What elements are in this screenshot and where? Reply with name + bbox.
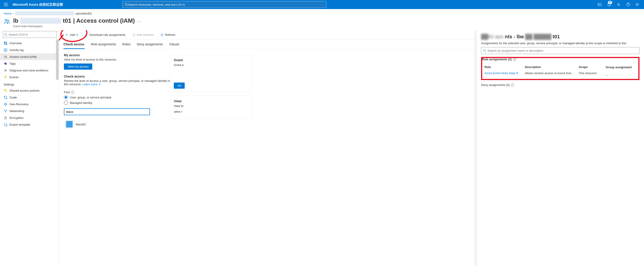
- col-scope: Scope: [579, 65, 604, 69]
- edit-columns-button[interactable]: Edit columns: [131, 32, 155, 38]
- sidebar-item-access-control[interactable]: Access control (IAM): [0, 53, 59, 60]
- tab-check-access[interactable]: Check access: [64, 42, 84, 49]
- chevron-right-icon: ›: [13, 12, 14, 15]
- svg-point-15: [4, 56, 6, 57]
- learn-more-link[interactable]: Learn more ↗: [82, 83, 101, 86]
- download-role-assignments-button[interactable]: Download role assignments: [84, 32, 127, 38]
- role-link[interactable]: Azure Event Hubs Data R: [484, 71, 523, 75]
- svg-point-16: [6, 56, 6, 57]
- sidebar-item-activity-log[interactable]: Activity log: [0, 47, 59, 53]
- svg-rect-10: [4, 42, 5, 43]
- svg-rect-13: [6, 43, 7, 45]
- main-content: ＋ Add ▾ Download role assignments Edit c…: [59, 30, 644, 266]
- svg-point-3: [618, 4, 619, 5]
- cloud-shell-icon[interactable]: [595, 0, 604, 9]
- tab-deny-assignments[interactable]: Deny assignments: [137, 42, 163, 49]
- sidebar-item-label: Export template: [10, 123, 30, 126]
- global-search-input[interactable]: [128, 3, 324, 6]
- refresh-button[interactable]: Refresh: [159, 32, 177, 38]
- radio-user-group[interactable]: User, group, or service principal: [64, 95, 181, 99]
- radio-managed-identity[interactable]: Managed identity: [64, 101, 181, 105]
- notifications-icon[interactable]: 10: [604, 0, 614, 9]
- more-menu-icon[interactable]: ⋯: [137, 18, 141, 24]
- app-thumbnail-icon: [65, 120, 74, 128]
- external-link-icon: ↗: [98, 83, 101, 86]
- col-description: Description: [525, 65, 577, 69]
- global-search[interactable]: [122, 1, 326, 8]
- view-my-access-button[interactable]: View my access: [64, 64, 92, 70]
- info-icon[interactable]: i: [513, 58, 516, 61]
- view-sub1: View th: [174, 104, 248, 108]
- find-input[interactable]: [64, 108, 150, 115]
- view-sub2: other r: [174, 110, 248, 113]
- networking-icon: [4, 109, 7, 113]
- sidebar-item-events[interactable]: Events: [0, 74, 59, 81]
- sidebar-search[interactable]: [3, 31, 57, 38]
- svg-rect-11: [6, 42, 7, 43]
- breadcrumb-current: splunktest01: [76, 12, 92, 15]
- sidebar-list: Overview Activity log Access control (IA…: [0, 40, 59, 266]
- tab-role-assignments[interactable]: Role assignments: [91, 42, 116, 49]
- sidebar-scrollbar[interactable]: [56, 39, 59, 80]
- sidebar-item-diagnose[interactable]: Diagnose and solve problems: [0, 67, 59, 74]
- flyout-search-input[interactable]: [488, 49, 638, 52]
- breadcrumb-home[interactable]: Home: [4, 12, 12, 15]
- sidebar-item-overview[interactable]: Overview: [0, 40, 59, 47]
- brand-label[interactable]: Microsoft Azure 由世纪互联运营: [13, 3, 63, 7]
- sidebar-item-encryption[interactable]: Encryption: [0, 114, 59, 121]
- sidebar-item-networking[interactable]: Networking: [0, 108, 59, 114]
- flyout-search[interactable]: [481, 47, 640, 54]
- assignments-table-row[interactable]: Azure Event Hubs Data R Allows receive a…: [484, 70, 637, 76]
- col-role: Role: [484, 65, 523, 69]
- sidebar-item-geo-recovery[interactable]: Geo-Recovery: [0, 101, 59, 108]
- key-icon: [4, 89, 7, 92]
- sidebar-item-scale[interactable]: Scale: [0, 94, 59, 101]
- breadcrumb: Home › splunktest01: [0, 9, 644, 16]
- radio-icon: [64, 95, 68, 99]
- check-access-body: My access View my level of access to thi…: [59, 49, 186, 134]
- info-icon[interactable]: i: [71, 91, 74, 94]
- svg-point-18: [5, 70, 6, 71]
- globe-icon: [4, 102, 7, 106]
- svg-line-30: [485, 51, 486, 52]
- sidebar-search-input[interactable]: [8, 33, 55, 36]
- export-icon: [4, 123, 7, 126]
- my-access-title: My access: [64, 53, 181, 57]
- refresh-icon: [160, 33, 164, 37]
- svg-rect-28: [4, 123, 6, 126]
- sidebar-item-shared-access-policies[interactable]: Shared access policies: [0, 87, 59, 94]
- sidebar-item-label: Diagnose and solve problems: [10, 69, 48, 72]
- sidebar-item-label: Access control (IAM): [10, 55, 37, 59]
- settings-gear-icon[interactable]: [614, 0, 623, 9]
- sidebar-item-label: Geo-Recovery: [10, 103, 28, 106]
- columns-icon: [132, 33, 136, 37]
- add-button[interactable]: ＋ Add ▾: [64, 32, 79, 38]
- grant-title: Grant: [174, 58, 248, 62]
- page-subtitle: Event Hubs Namespace: [13, 24, 141, 28]
- sidebar-item-label: Tags: [10, 62, 16, 65]
- add-role-button[interactable]: Ad: [174, 83, 185, 89]
- content-row: Overview Activity log Access control (IA…: [0, 30, 644, 266]
- svg-point-0: [125, 3, 127, 5]
- svg-line-9: [6, 35, 7, 36]
- hamburger-menu-icon[interactable]: [2, 1, 10, 9]
- row-scope: This resource: [579, 71, 604, 75]
- check-access-sub: Review the level of access a user, group…: [64, 79, 181, 86]
- tags-icon: [4, 62, 7, 65]
- check-access-title: Check access: [64, 75, 181, 78]
- sidebar: Overview Activity log Access control (IA…: [0, 30, 59, 266]
- sidebar-item-label: Activity log: [10, 48, 24, 52]
- svg-point-17: [4, 62, 5, 63]
- sidebar-item-export-template[interactable]: Export template: [0, 121, 59, 128]
- plus-icon: ＋: [65, 33, 68, 37]
- help-icon[interactable]: [624, 0, 633, 9]
- svg-point-29: [483, 50, 485, 51]
- search-result-item[interactable]: lbtest01: [64, 119, 150, 130]
- feedback-icon[interactable]: [633, 0, 642, 9]
- info-icon[interactable]: i: [511, 83, 514, 87]
- tab-classic[interactable]: Classic: [169, 42, 180, 49]
- sidebar-item-tags[interactable]: Tags: [0, 60, 59, 67]
- flyout-title: ██01 ass nts - lbe ██ █████ t01: [481, 34, 640, 40]
- tab-roles[interactable]: Roles: [122, 42, 130, 49]
- find-label: Find: [64, 91, 70, 94]
